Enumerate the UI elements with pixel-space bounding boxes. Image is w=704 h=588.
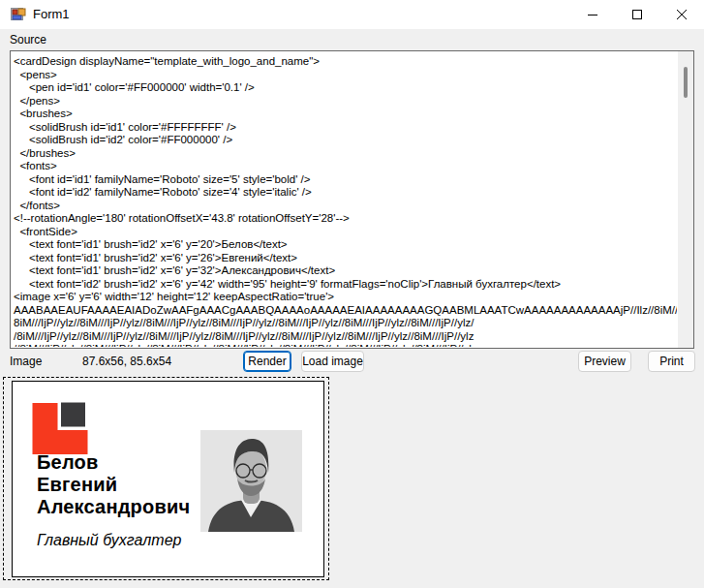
card-name-line: Александрович	[37, 496, 190, 518]
maximize-icon[interactable]	[615, 0, 659, 29]
card-name-line: Белов	[37, 451, 190, 474]
source-code-line: //8iM///IjP//ylz//8iM///IjP//ylz//8iM///…	[14, 343, 677, 347]
source-code-line: <pens>	[14, 69, 677, 82]
business-card: БеловЕвгенийАлександрович Главный бухгал…	[12, 381, 324, 577]
source-code-line: <fonts>	[14, 160, 677, 173]
scrollbar-thumb[interactable]	[684, 67, 688, 98]
vertical-scrollbar[interactable]	[678, 51, 693, 348]
minimize-icon[interactable]	[570, 0, 615, 29]
source-code-line: <text font='id1' brush='id2' x='6' y='20…	[14, 238, 677, 252]
source-code-line: <image x='6' y='6' width='12' height='12…	[14, 291, 677, 304]
titlebar: Form1	[0, 0, 704, 29]
load-image-button[interactable]: Load image	[301, 351, 364, 372]
source-textbox[interactable]: <cardDesign displayName="template_with_l…	[10, 50, 694, 349]
window-controls	[570, 0, 704, 29]
source-code-line: </brushes>	[14, 147, 677, 161]
source-code-line: <brushes>	[14, 108, 677, 121]
company-logo-icon	[32, 400, 90, 455]
card-holder-name: БеловЕвгенийАлександрович	[37, 451, 190, 518]
source-code-line: </pens>	[14, 95, 677, 108]
source-code-line: <font id='id1' familyName='Roboto' size=…	[14, 173, 677, 187]
source-code-line: AAABAAEAUFAAAAEAIADoZwAAFgAAACgAAABQAAAA…	[14, 304, 677, 318]
card-name-line: Евгений	[37, 474, 190, 496]
source-code-line: /8iM///IjP//ylz//8iM///IjP//ylz//8iM///I…	[14, 330, 677, 344]
source-code-line: <cardDesign displayName="template_with_l…	[14, 55, 677, 69]
source-code[interactable]: <cardDesign displayName="template_with_l…	[12, 52, 677, 347]
card-job-title: Главный бухгалтер	[37, 532, 181, 549]
source-code-line: <text font='id2' brush='id2' x='6' y='42…	[14, 278, 677, 292]
window-title: Form1	[33, 0, 70, 29]
render-button[interactable]: Render	[243, 351, 291, 372]
print-button[interactable]: Print	[648, 351, 695, 372]
source-code-line: 8iM///IjP//ylz//8iM///IjP//ylz//8iM///Ij…	[14, 317, 677, 330]
source-code-line: <solidBrush id='id1' color='#FFFFFFFF' /…	[14, 121, 677, 135]
preview-button[interactable]: Preview	[578, 351, 631, 372]
source-code-line: <frontSide>	[14, 226, 677, 239]
close-icon[interactable]	[659, 0, 704, 29]
winforms-app-icon	[11, 7, 26, 22]
source-code-line: <font id='id2' familyName='Roboto' size=…	[14, 186, 677, 200]
source-code-line: <text font='id1' brush='id2' x='6' y='32…	[14, 264, 677, 278]
source-code-line: <solidBrush id='id2' color='#FF000000' /…	[14, 134, 677, 147]
card-preview-area: БеловЕвгенийАлександрович Главный бухгал…	[3, 377, 329, 580]
portrait-photo	[200, 430, 302, 532]
form1-window: Form1 Source <cardDesign displayName="te…	[0, 0, 704, 588]
image-label: Image	[10, 355, 42, 368]
source-code-line: <pen id='id1' color='#FF000000' width='0…	[14, 81, 677, 95]
source-code-line: <!--rotationAngle='180' rotationOffsetX=…	[14, 212, 677, 226]
source-code-line: <text font='id1' brush='id2' x='6' y='26…	[14, 252, 677, 265]
image-size-value: 87.6x56, 85.6x54	[82, 355, 171, 368]
source-code-line: </fonts>	[14, 200, 677, 213]
source-label: Source	[10, 33, 46, 46]
